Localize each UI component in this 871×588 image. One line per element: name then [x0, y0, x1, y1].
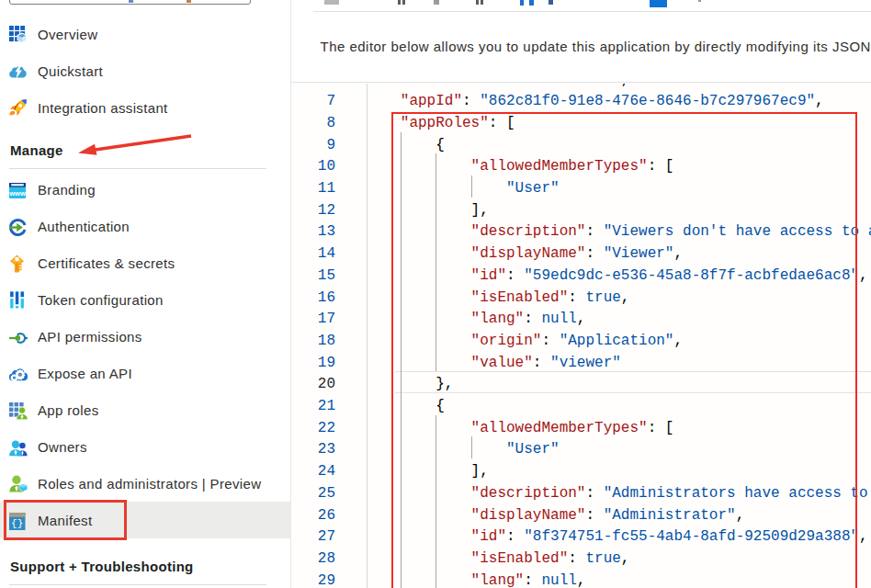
- svg-text:www: www: [9, 189, 26, 198]
